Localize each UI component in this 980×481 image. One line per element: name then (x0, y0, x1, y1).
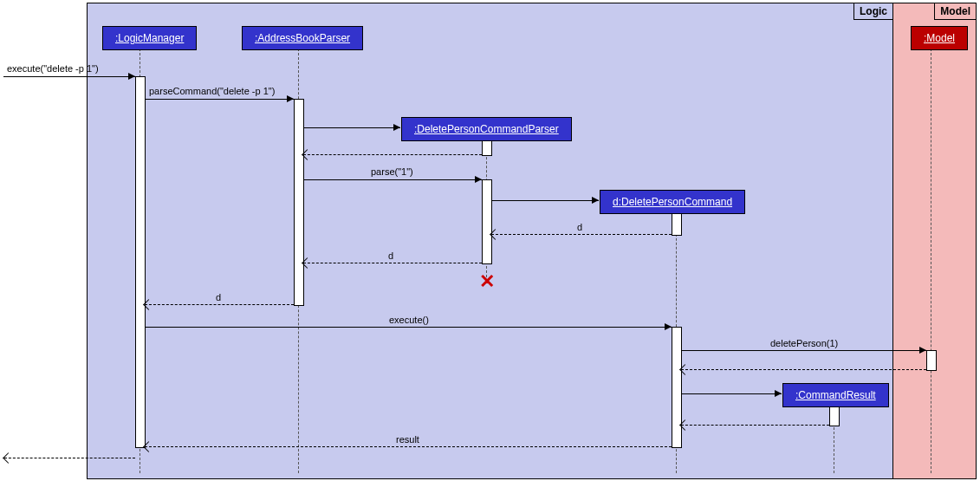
object-address-book-parser: :AddressBookParser (242, 26, 363, 50)
activation-address-book-parser (294, 99, 304, 306)
msg-result-line (145, 446, 672, 447)
msg-parse-arrow (475, 176, 482, 183)
destroy-dpcp-icon: ✕ (479, 270, 495, 293)
msg-return-d2-label: d (388, 250, 393, 261)
msg-parsecommand-label: parseCommand("delete -p 1") (149, 86, 275, 96)
lifeline-model (931, 49, 931, 473)
msg-return-d2-line (303, 263, 482, 263)
msg-create-dpc-line (491, 200, 599, 201)
package-logic-label: Logic (853, 3, 893, 20)
msg-execute2-arrow (665, 323, 672, 330)
msg-return-d3-line (145, 304, 294, 305)
msg-execute-label: execute("delete -p 1") (7, 63, 99, 74)
msg-final-return-line (4, 458, 135, 458)
msg-return-model-line (681, 369, 926, 370)
msg-execute2-label: execute() (389, 315, 429, 325)
msg-deleteperson-line (681, 350, 926, 351)
msg-execute-line (3, 76, 135, 77)
msg-parsecommand-line (145, 99, 294, 100)
msg-parse-line (303, 179, 482, 180)
object-model: :Model (911, 26, 968, 50)
activation-model (926, 350, 937, 371)
activation-dpcp-create (482, 140, 492, 156)
activation-dpc-create (672, 212, 682, 236)
msg-result-label: result (396, 434, 419, 445)
msg-return-cr-line (681, 425, 829, 426)
package-model: Model (892, 3, 977, 479)
msg-parsecommand-arrow (287, 95, 294, 102)
msg-parse-label: parse("1") (371, 166, 413, 177)
msg-deleteperson-label: deletePerson(1) (770, 338, 838, 348)
activation-logic-manager (135, 76, 146, 448)
msg-execute2-line (145, 327, 672, 328)
msg-create-cr-line (681, 393, 782, 394)
msg-execute-arrow (128, 73, 135, 80)
msg-return-d3-label: d (216, 292, 221, 302)
msg-create-cr-arrow (775, 390, 782, 397)
activation-dpcp-parse (482, 179, 492, 264)
msg-final-return-arrow (3, 452, 14, 464)
object-delete-person-command: d:DeletePersonCommand (600, 190, 745, 214)
msg-create-dpcp-line (303, 127, 400, 128)
msg-return-d1-line (491, 234, 672, 235)
object-command-result: :CommandResult (782, 383, 889, 407)
package-model-label: Model (934, 3, 977, 20)
sequence-diagram: Logic Model :LogicManager :AddressBookPa… (0, 0, 980, 481)
msg-create-dpcp-arrow (393, 124, 400, 131)
msg-return-d1-label: d (577, 222, 582, 232)
object-delete-person-command-parser: :DeletePersonCommandParser (401, 117, 572, 141)
msg-return-dpcp-line (303, 154, 482, 155)
msg-deleteperson-arrow (919, 347, 926, 354)
msg-create-dpc-arrow (592, 197, 599, 204)
activation-command-result (829, 406, 840, 426)
activation-dpc-execute (672, 327, 682, 448)
object-logic-manager: :LogicManager (102, 26, 197, 50)
